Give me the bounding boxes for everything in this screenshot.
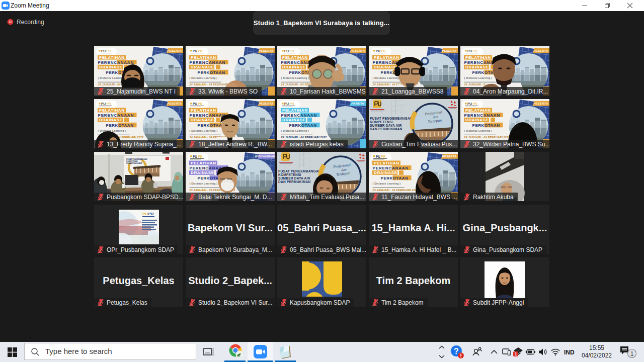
svg-text:PESERTA: PESERTA (534, 49, 548, 52)
svg-text:PESERTA: PESERTA (259, 102, 274, 105)
svg-text:WIDYAISWARA: WIDYAISWARA (255, 155, 275, 158)
svg-text:PU: PU (142, 212, 148, 216)
svg-text:PESERTA: PESERTA (259, 49, 274, 52)
svg-text:1: 1 (515, 351, 517, 356)
svg-text:PESERTA: PESERTA (534, 102, 548, 105)
svg-text:1: 1 (630, 350, 634, 357)
svg-text:PESERTA: PESERTA (442, 155, 457, 158)
svg-text:PANITIA: PANITIA (352, 102, 364, 105)
svg-text:PESERTA: PESERTA (168, 102, 182, 105)
svg-text:PESERTA: PESERTA (351, 49, 365, 52)
svg-text:PESERTA: PESERTA (168, 49, 182, 52)
svg-text:?: ? (454, 347, 459, 355)
svg-text:SUMBER DAYA AIR: SUMBER DAYA AIR (126, 162, 142, 164)
svg-text:PESERTA: PESERTA (442, 49, 457, 52)
svg-text:PR: PR (148, 212, 154, 216)
